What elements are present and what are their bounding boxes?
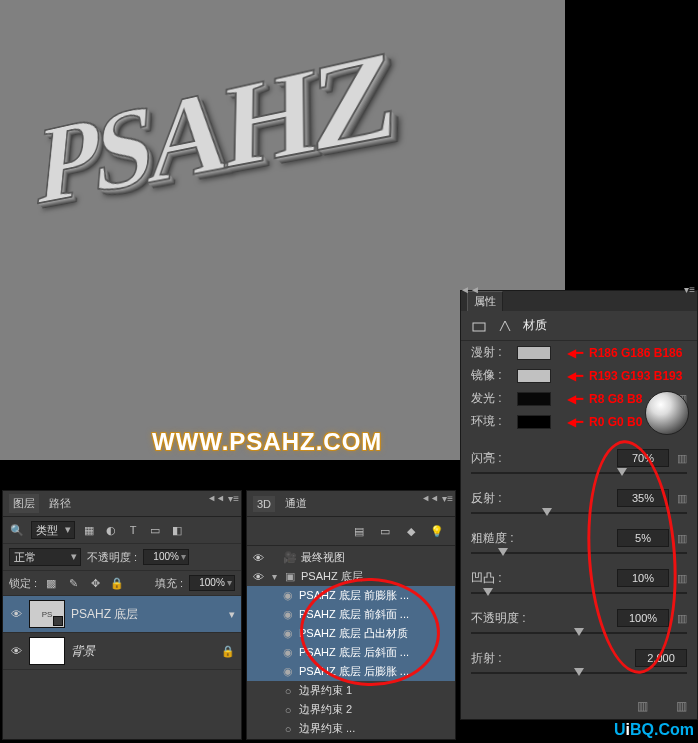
- fill-label: 填充 :: [155, 576, 183, 591]
- filter-type-icon[interactable]: T: [125, 522, 141, 538]
- reflect-value[interactable]: 35%: [617, 489, 669, 507]
- shine-texture-icon[interactable]: ▥: [677, 452, 687, 465]
- filter-shape-icon[interactable]: ▭: [147, 522, 163, 538]
- layers-blend-row: 正常 不透明度 : 100%: [3, 544, 241, 571]
- tree-row-material[interactable]: ◉ PSAHZ 底层 后膨胀 ...: [247, 662, 455, 681]
- opacity-row: 不透明度 : 100% ▥: [461, 603, 697, 629]
- layer-opacity-value[interactable]: 100%: [143, 549, 189, 565]
- roughness-texture-icon[interactable]: ▥: [677, 532, 687, 545]
- layer-thumbnail[interactable]: PS: [29, 600, 65, 628]
- tree-item-label: 边界约束 ...: [299, 721, 355, 736]
- 3d-menu-icon[interactable]: ▾≡: [442, 493, 453, 504]
- tree-row-constraint[interactable]: ○ 边界约束 1: [247, 681, 455, 700]
- opacity-texture-icon[interactable]: ▥: [677, 612, 687, 625]
- bump-slider[interactable]: [471, 589, 687, 597]
- filter-adjust-icon[interactable]: ◐: [103, 522, 119, 538]
- roughness-slider[interactable]: [471, 549, 687, 557]
- tree-item-label: PSAHZ 底层 后膨胀 ...: [299, 664, 409, 679]
- roughness-value[interactable]: 5%: [617, 529, 669, 547]
- canvas-gutter: [565, 0, 698, 290]
- lock-pixels-icon[interactable]: ✎: [65, 575, 81, 591]
- roughness-row: 粗糙度 : 5% ▥: [461, 523, 697, 549]
- material-sliders: 闪亮 : 70% ▥ 反射 : 35% ▥ 粗糙度 : 5% ▥ 凹凸 : 10…: [461, 443, 697, 677]
- 3d-tab[interactable]: 3D: [253, 496, 275, 512]
- tree-row-material[interactable]: ◉ PSAHZ 底层 前斜面 ...: [247, 605, 455, 624]
- shine-value[interactable]: 70%: [617, 449, 669, 467]
- lock-position-icon[interactable]: ✥: [87, 575, 103, 591]
- properties-panel: ◄◄ 属性 ▾≡ 材质 漫射 : ◀━ R186 G186 B186 镜像 : …: [460, 290, 698, 720]
- annotation-arrow-icon: ◀━: [567, 369, 583, 383]
- filter-search-icon[interactable]: 🔍: [9, 522, 25, 538]
- tree-toggle-icon[interactable]: ▾: [269, 571, 279, 582]
- ambient-swatch[interactable]: [517, 415, 551, 429]
- panel-menu-icon[interactable]: ▾≡: [684, 284, 695, 295]
- panel-collapse-icon[interactable]: ◄◄: [460, 284, 480, 295]
- prop-footer-icon-1[interactable]: ▥: [637, 699, 648, 713]
- tree-row-constraint[interactable]: ○ 边界约束 ...: [247, 719, 455, 736]
- filter-scene-icon[interactable]: ▤: [351, 523, 367, 539]
- lock-all-icon[interactable]: 🔒: [109, 575, 125, 591]
- layer-item-background[interactable]: 👁 背景 🔒: [3, 633, 241, 670]
- specular-rgb-annotation: R193 G193 B193: [589, 369, 682, 383]
- refract-value[interactable]: 2.000: [635, 649, 687, 667]
- tree-item-label: PSAHZ 底层 前膨胀 ...: [299, 588, 409, 603]
- filter-mesh-icon[interactable]: ▭: [377, 523, 393, 539]
- bump-value[interactable]: 10%: [617, 569, 669, 587]
- fill-value[interactable]: 100%: [189, 575, 235, 591]
- layer-item-psahz[interactable]: 👁 PS PSAHZ 底层 ▾: [3, 596, 241, 633]
- blend-mode-select[interactable]: 正常: [9, 548, 81, 566]
- svg-rect-0: [473, 323, 485, 331]
- filter-pixel-icon[interactable]: ▦: [81, 522, 97, 538]
- material-preview-sphere[interactable]: [645, 391, 689, 435]
- shine-slider[interactable]: [471, 469, 687, 477]
- specular-swatch[interactable]: [517, 369, 551, 383]
- refract-slider[interactable]: [471, 669, 687, 677]
- constraint-icon: ○: [281, 685, 295, 697]
- tree-item-label: 边界约束 2: [299, 702, 352, 717]
- layers-tabs: 图层 路径: [3, 491, 241, 517]
- tree-row-material[interactable]: ◉ PSAHZ 底层 前膨胀 ...: [247, 586, 455, 605]
- opacity-slider[interactable]: [471, 629, 687, 637]
- glow-swatch[interactable]: [517, 392, 551, 406]
- visibility-toggle-icon[interactable]: 👁: [251, 571, 265, 583]
- reflect-slider[interactable]: [471, 509, 687, 517]
- 3d-collapse-icon[interactable]: ◄◄: [421, 493, 439, 503]
- tree-row-constraint[interactable]: ○ 边界约束 2: [247, 700, 455, 719]
- visibility-toggle-icon[interactable]: 👁: [251, 552, 265, 564]
- properties-panel-header[interactable]: ◄◄ 属性 ▾≡: [461, 291, 697, 311]
- layer-expand-icon[interactable]: ▾: [229, 608, 235, 621]
- lock-transparent-icon[interactable]: ▩: [43, 575, 59, 591]
- tree-row-material[interactable]: ◉ PSAHZ 底层 后斜面 ...: [247, 643, 455, 662]
- layers-collapse-icon[interactable]: ◄◄: [207, 493, 225, 503]
- prop-footer-icon-2[interactable]: ▥: [676, 699, 687, 713]
- visibility-toggle-icon[interactable]: 👁: [9, 608, 23, 620]
- mesh-tool-icon[interactable]: [471, 318, 487, 334]
- filter-material-icon[interactable]: ◆: [403, 523, 419, 539]
- lock-icon: 🔒: [221, 645, 235, 658]
- opacity-value[interactable]: 100%: [617, 609, 669, 627]
- filter-smart-icon[interactable]: ◧: [169, 522, 185, 538]
- layers-tab[interactable]: 图层: [9, 494, 39, 513]
- channels-tab[interactable]: 通道: [281, 494, 311, 513]
- mesh-icon: ▣: [283, 570, 297, 583]
- material-tool-icon[interactable]: [497, 318, 513, 334]
- material-icon: ◉: [281, 665, 295, 678]
- diffuse-swatch[interactable]: [517, 346, 551, 360]
- paths-tab[interactable]: 路径: [45, 494, 75, 513]
- watermark-text: WWW.PSAHZ.COM: [152, 428, 382, 456]
- lock-label: 锁定 :: [9, 576, 37, 591]
- layer-thumbnail[interactable]: [29, 637, 65, 665]
- filter-kind-select[interactable]: 类型: [31, 521, 75, 539]
- bump-texture-icon[interactable]: ▥: [677, 572, 687, 585]
- reflect-texture-icon[interactable]: ▥: [677, 492, 687, 505]
- glow-label: 发光 :: [471, 390, 511, 407]
- tree-row-root[interactable]: 👁 ▾ ▣ PSAHZ 底层: [247, 567, 455, 586]
- annotation-arrow-icon: ◀━: [567, 415, 583, 429]
- tree-row-final-view[interactable]: 👁 🎥 最终视图: [247, 548, 455, 567]
- tree-row-material[interactable]: ◉ PSAHZ 底层 凸出材质: [247, 624, 455, 643]
- properties-toolbar: 材质: [461, 311, 697, 341]
- layers-menu-icon[interactable]: ▾≡: [228, 493, 239, 504]
- filter-light-icon[interactable]: 💡: [429, 523, 445, 539]
- visibility-toggle-icon[interactable]: 👁: [9, 645, 23, 657]
- annotation-arrow-icon: ◀━: [567, 346, 583, 360]
